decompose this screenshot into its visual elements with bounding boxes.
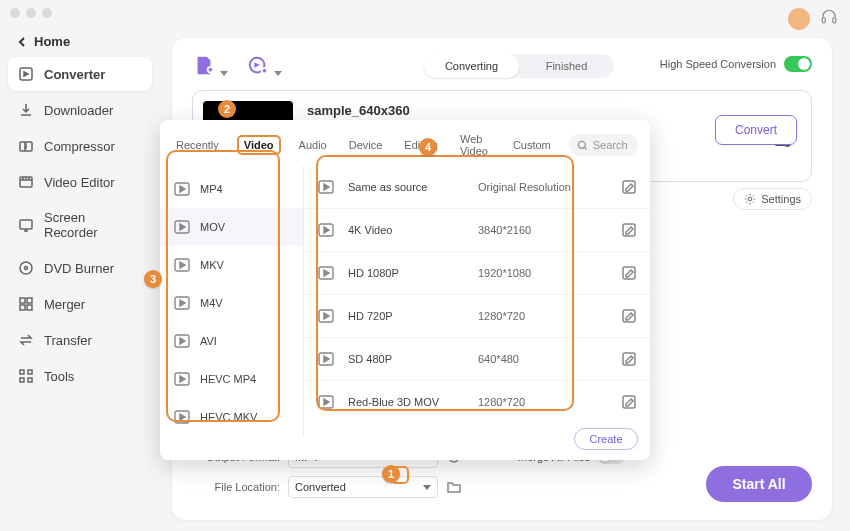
format-icon <box>174 182 190 196</box>
svg-rect-1 <box>833 18 836 23</box>
sidebar-item-video-editor[interactable]: Video Editor <box>8 165 152 199</box>
format-mov[interactable]: MOV <box>160 208 303 246</box>
convert-button[interactable]: Convert <box>715 115 797 145</box>
resolution-dim: 1280*720 <box>478 396 622 408</box>
sidebar-item-dvd-burner[interactable]: DVD Burner <box>8 251 152 285</box>
format-hevc-mkv[interactable]: HEVC MKV <box>160 398 303 436</box>
format-label: MP4 <box>200 183 223 195</box>
resolution-list: Same as sourceOriginal Resolution4K Vide… <box>304 166 650 436</box>
format-list: MP4MOVMKVM4VAVIHEVC MP4HEVC MKV <box>160 166 304 436</box>
svg-rect-11 <box>27 305 32 310</box>
tab-web-video[interactable]: Web Video <box>456 130 495 160</box>
sidebar-item-compressor[interactable]: Compressor <box>8 129 152 163</box>
format-hevc-mp4[interactable]: HEVC MP4 <box>160 360 303 398</box>
tab-video[interactable]: Video <box>237 135 281 155</box>
tab-device[interactable]: Device <box>345 136 387 154</box>
format-popup: RecentlyVideoAudioDeviceEditingWeb Video… <box>160 120 650 460</box>
resolution-name: HD 720P <box>348 310 478 322</box>
support-icon[interactable] <box>820 8 838 30</box>
sidebar-item-merger[interactable]: Merger <box>8 287 152 321</box>
format-mkv[interactable]: MKV <box>160 246 303 284</box>
settings-button[interactable]: Settings <box>733 188 812 210</box>
badge-1: 1 <box>382 465 400 483</box>
file-location-label: File Location: <box>192 481 280 493</box>
sidebar-item-label: DVD Burner <box>44 261 114 276</box>
play-icon <box>318 266 334 280</box>
tab-custom[interactable]: Custom <box>509 136 555 154</box>
resolution-row[interactable]: Red-Blue 3D MOV1280*720 <box>304 381 650 423</box>
file-title: sample_640x360 <box>307 103 410 118</box>
play-icon <box>318 395 334 409</box>
format-m4v[interactable]: M4V <box>160 284 303 322</box>
format-icon <box>174 296 190 310</box>
tab-recently[interactable]: Recently <box>172 136 223 154</box>
high-speed-toggle[interactable] <box>784 56 812 72</box>
resolution-row[interactable]: HD 720P1280*720 <box>304 295 650 338</box>
svg-rect-5 <box>20 220 32 229</box>
close-dot-icon[interactable] <box>10 8 20 18</box>
edit-icon[interactable] <box>622 352 636 366</box>
minimize-dot-icon[interactable] <box>26 8 36 18</box>
format-mp4[interactable]: MP4 <box>160 170 303 208</box>
resolution-row[interactable]: HD 1080P1920*1080 <box>304 252 650 295</box>
search-input[interactable]: Search <box>569 134 638 156</box>
format-avi[interactable]: AVI <box>160 322 303 360</box>
svg-rect-8 <box>20 298 25 303</box>
edit-icon[interactable] <box>622 395 636 409</box>
badge-3: 3 <box>144 270 162 288</box>
resolution-row[interactable]: SD 480P640*480 <box>304 338 650 381</box>
format-label: MOV <box>200 221 225 233</box>
add-file-dropdown[interactable] <box>220 62 228 70</box>
segment-converting[interactable]: Converting <box>424 54 519 78</box>
window-controls[interactable] <box>10 8 52 18</box>
resolution-dim: 3840*2160 <box>478 224 622 236</box>
svg-point-7 <box>25 267 28 270</box>
home-label: Home <box>34 34 70 49</box>
sidebar-item-label: Converter <box>44 67 105 82</box>
format-label: MKV <box>200 259 224 271</box>
format-label: HEVC MP4 <box>200 373 256 385</box>
maximize-dot-icon[interactable] <box>42 8 52 18</box>
avatar[interactable] <box>788 8 810 30</box>
edit-icon[interactable] <box>622 266 636 280</box>
format-icon <box>174 410 190 424</box>
sidebar-item-downloader[interactable]: Downloader <box>8 93 152 127</box>
resolution-name: 4K Video <box>348 224 478 236</box>
downloader-icon <box>18 102 34 118</box>
sidebar-item-converter[interactable]: Converter <box>8 57 152 91</box>
add-file-icon[interactable] <box>192 54 216 78</box>
status-segment: Converting Finished <box>424 54 614 78</box>
add-url-icon[interactable] <box>246 54 270 78</box>
transfer-icon <box>18 332 34 348</box>
segment-finished[interactable]: Finished <box>519 54 614 78</box>
tab-audio[interactable]: Audio <box>295 136 331 154</box>
add-url-dropdown[interactable] <box>274 62 282 70</box>
file-location-select[interactable]: Converted <box>288 476 438 498</box>
sidebar-item-label: Video Editor <box>44 175 115 190</box>
sidebar-item-label: Downloader <box>44 103 113 118</box>
create-button[interactable]: Create <box>574 428 638 450</box>
sidebar-item-label: Tools <box>44 369 74 384</box>
edit-icon[interactable] <box>622 309 636 323</box>
edit-icon[interactable] <box>622 223 636 237</box>
resolution-name: Same as source <box>348 181 478 193</box>
format-icon <box>174 372 190 386</box>
sidebar-item-screen-recorder[interactable]: Screen Recorder <box>8 201 152 249</box>
open-folder-icon[interactable] <box>446 479 462 495</box>
play-icon <box>318 180 334 194</box>
resolution-row[interactable]: Same as sourceOriginal Resolution <box>304 166 650 209</box>
sidebar-item-tools[interactable]: Tools <box>8 359 152 393</box>
format-label: M4V <box>200 297 223 309</box>
play-icon <box>318 309 334 323</box>
home-link[interactable]: Home <box>8 28 152 55</box>
start-all-button[interactable]: Start All <box>706 466 812 502</box>
svg-point-24 <box>578 141 585 148</box>
resolution-row[interactable]: 4K Video3840*2160 <box>304 209 650 252</box>
edit-icon[interactable] <box>622 180 636 194</box>
sidebar-item-label: Compressor <box>44 139 115 154</box>
svg-rect-14 <box>20 378 24 382</box>
sidebar-item-transfer[interactable]: Transfer <box>8 323 152 357</box>
screen-recorder-icon <box>18 217 34 233</box>
svg-point-6 <box>20 262 32 274</box>
sidebar-item-label: Merger <box>44 297 85 312</box>
